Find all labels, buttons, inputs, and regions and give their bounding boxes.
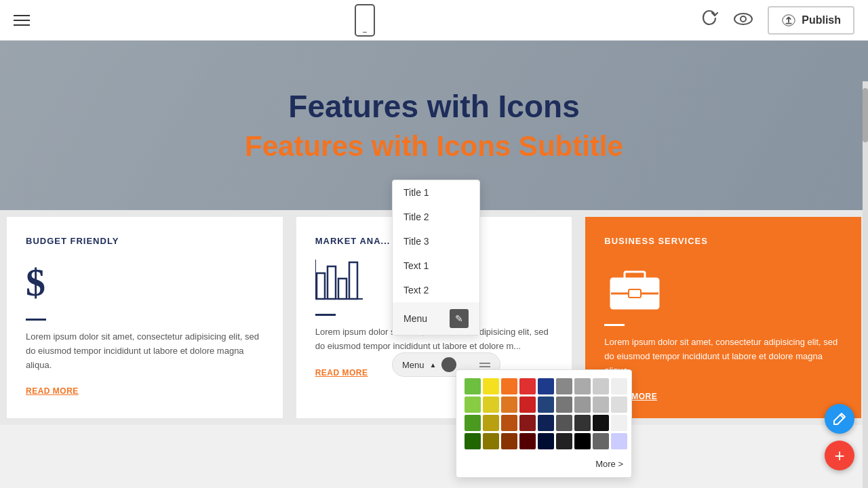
color-swatch[interactable] [483, 415, 499, 431]
preview-icon[interactable] [732, 11, 754, 30]
budget-card-title: BUDGET FRIENDLY [26, 236, 264, 246]
color-swatch[interactable] [574, 378, 591, 394]
business-card-divider [604, 324, 625, 326]
lines-icon [479, 363, 490, 367]
hero-title: Features with Icons [288, 88, 579, 125]
dropdown-item-title2[interactable]: Title 2 [393, 205, 479, 229]
budget-read-more-link[interactable]: READ MORE [26, 386, 79, 396]
more-colors-button[interactable]: More > [465, 456, 623, 469]
budget-card: BUDGET FRIENDLY $ Lorem ipsum dolor sit … [7, 217, 283, 418]
color-swatch[interactable] [574, 415, 591, 431]
undo-icon[interactable] [700, 9, 719, 32]
hero-subtitle: Features with Icons Subtitle [245, 130, 623, 163]
color-swatch[interactable] [538, 415, 554, 431]
context-dropdown-menu: Title 1 Title 2 Title 3 Text 1 Text 2 Me… [392, 180, 480, 336]
dropdown-item-title3[interactable]: Title 3 [393, 229, 479, 253]
color-swatch[interactable] [538, 433, 554, 449]
business-card-text: Lorem ipsum dolor sit amet, consectetur … [604, 336, 842, 378]
publish-button[interactable]: Publish [768, 6, 854, 35]
publish-label: Publish [802, 14, 841, 26]
color-swatch[interactable] [556, 378, 572, 394]
toolbar: Publish [0, 0, 868, 41]
color-swatch[interactable] [593, 378, 609, 394]
fab-plus-button[interactable]: + [825, 441, 854, 470]
color-swatch[interactable] [465, 433, 481, 449]
color-swatch[interactable] [465, 378, 481, 394]
chevron-up-icon: ▲ [430, 361, 437, 369]
edit-icon-button[interactable]: ✎ [450, 309, 469, 328]
color-swatch[interactable] [465, 396, 481, 413]
color-swatch[interactable] [611, 433, 627, 449]
color-grid [465, 378, 623, 449]
color-swatch[interactable] [501, 415, 517, 431]
dropdown-item-text2[interactable]: Text 2 [393, 278, 479, 302]
scrollbar-thumb[interactable] [863, 88, 868, 142]
color-swatch[interactable] [593, 396, 609, 413]
fab-pen-button[interactable] [825, 404, 854, 434]
scrollbar[interactable] [863, 81, 868, 488]
color-swatch[interactable] [483, 378, 499, 394]
color-swatch[interactable] [556, 415, 572, 431]
briefcase-icon [604, 260, 665, 310]
color-swatch[interactable] [538, 378, 554, 394]
color-swatch[interactable] [519, 415, 536, 431]
toolbar-center [355, 4, 375, 37]
market-read-more-link[interactable]: READ MORE [315, 368, 368, 378]
color-swatch[interactable] [593, 433, 609, 449]
budget-card-text: Lorem ipsum dolor sit amet, consectetur … [26, 330, 264, 372]
color-swatch[interactable] [574, 433, 591, 449]
color-swatch[interactable] [501, 378, 517, 394]
color-swatch[interactable] [556, 396, 572, 413]
svg-point-1 [741, 16, 746, 22]
svg-rect-3 [317, 273, 325, 299]
color-swatch[interactable] [611, 415, 627, 431]
color-swatch[interactable] [519, 378, 536, 394]
mobile-preview-icon[interactable] [355, 4, 375, 37]
budget-card-divider [26, 319, 46, 321]
svg-rect-13 [629, 289, 641, 298]
svg-rect-4 [328, 266, 336, 299]
color-swatch[interactable] [611, 378, 627, 394]
dropdown-item-text1[interactable]: Text 1 [393, 253, 479, 278]
svg-rect-6 [349, 262, 357, 299]
market-card-divider [315, 314, 336, 316]
toolbar-left [14, 15, 30, 26]
page-content: Features with Icons Features with Icons … [0, 41, 868, 488]
color-swatch[interactable] [501, 433, 517, 449]
menu-bar-label: Menu [402, 360, 425, 370]
toolbar-right: Publish [700, 6, 854, 35]
color-swatch[interactable] [538, 396, 554, 413]
color-swatch[interactable] [593, 415, 609, 431]
color-swatch[interactable] [519, 433, 536, 449]
svg-point-0 [734, 14, 752, 24]
color-swatch[interactable] [483, 433, 499, 449]
color-dot[interactable] [441, 357, 456, 372]
color-swatch[interactable] [465, 415, 481, 431]
dropdown-item-title1[interactable]: Title 1 [393, 180, 479, 205]
color-palette-picker: More > [456, 369, 632, 478]
dropdown-item-menu[interactable]: Menu ✎ [393, 302, 479, 335]
svg-rect-5 [338, 279, 347, 299]
color-swatch[interactable] [556, 433, 572, 449]
color-swatch[interactable] [483, 396, 499, 413]
color-swatch[interactable] [611, 396, 627, 413]
hamburger-menu-icon[interactable] [14, 15, 30, 26]
chart-icon [315, 260, 363, 300]
business-card-title: BUSINESS SERVICES [604, 236, 842, 246]
color-swatch[interactable] [501, 396, 517, 413]
dollar-icon: $ [26, 260, 264, 305]
color-swatch[interactable] [519, 396, 536, 413]
color-swatch[interactable] [574, 396, 591, 413]
